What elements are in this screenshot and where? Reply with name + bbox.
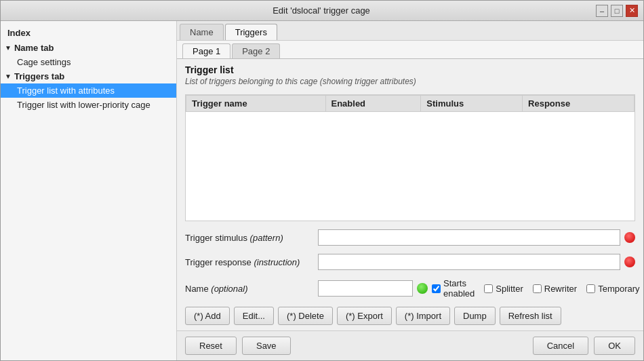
content-panel: Name Triggers Page 1 Page 2 Trigger list	[177, 21, 643, 360]
trigger-table: Trigger name Enabled Stimulus Response	[186, 95, 635, 112]
sidebar-item-cage-settings[interactable]: Cage settings	[1, 55, 176, 69]
stimulus-input[interactable]	[318, 229, 620, 246]
stimulus-row: Trigger stimulus (pattern)	[185, 229, 635, 246]
col-enabled: Enabled	[325, 96, 421, 112]
sidebar-item-trigger-list-attributes[interactable]: Trigger list with attributes	[1, 83, 176, 98]
main-area: Index ▼ Name tab Cage settings ▼ Trigger…	[1, 21, 643, 360]
name-input[interactable]	[318, 280, 413, 297]
sidebar-header: Index	[1, 24, 176, 41]
close-button[interactable]: ✕	[626, 5, 638, 17]
triangle-triggers-tab: ▼	[5, 73, 12, 80]
save-button[interactable]: Save	[242, 337, 291, 355]
title-controls: – □ ✕	[596, 5, 638, 17]
checkbox-group: Starts enabled Splitter Rewriter Te	[432, 278, 640, 299]
export-button[interactable]: (*) Export	[337, 307, 392, 325]
action-buttons-row: (*) Add Edit... (*) Delete (*) Export (*…	[185, 307, 635, 325]
sidebar: Index ▼ Name tab Cage settings ▼ Trigger…	[1, 21, 177, 360]
reset-button[interactable]: Reset	[185, 337, 237, 355]
temporary-checkbox[interactable]	[586, 284, 595, 293]
edit-button[interactable]: Edit...	[234, 307, 274, 325]
trigger-table-wrap: Trigger name Enabled Stimulus Response	[185, 94, 635, 221]
main-window: Edit 'dslocal' trigger cage – □ ✕ Index …	[0, 0, 644, 361]
response-label: Trigger response (instruction)	[185, 257, 314, 267]
window-title: Edit 'dslocal' trigger cage	[47, 5, 596, 16]
name-status-dot	[417, 283, 428, 294]
import-button[interactable]: (*) Import	[396, 307, 450, 325]
tab-triggers[interactable]: Triggers	[225, 24, 277, 40]
page-tab-1[interactable]: Page 1	[182, 43, 230, 58]
triangle-name-tab: ▼	[5, 44, 12, 52]
add-button[interactable]: (*) Add	[185, 307, 230, 325]
sidebar-section-triggers-tab: ▼ Triggers tab	[1, 69, 176, 83]
title-bar: Edit 'dslocal' trigger cage – □ ✕	[1, 1, 643, 21]
starts-enabled-checkbox[interactable]	[432, 284, 441, 293]
maximize-button[interactable]: □	[611, 5, 623, 17]
splitter-label[interactable]: Splitter	[484, 284, 523, 294]
sidebar-name-tab-label: Name tab	[14, 43, 54, 53]
col-trigger-name: Trigger name	[186, 96, 326, 112]
name-row: Name (optional) Starts enabled Splitter	[185, 278, 635, 299]
starts-enabled-label[interactable]: Starts enabled	[432, 278, 475, 299]
footer-bar: Reset Save Cancel OK	[177, 330, 643, 360]
footer-left: Reset Save	[185, 337, 291, 355]
sidebar-item-trigger-list-lower-priority[interactable]: Trigger list with lower-priority cage	[1, 98, 176, 112]
page-content: Trigger list List of triggers belonging …	[177, 59, 643, 330]
stimulus-status-dot	[624, 232, 635, 243]
tab-name[interactable]: Name	[180, 24, 224, 40]
sidebar-triggers-tab-label: Triggers tab	[14, 71, 64, 81]
temporary-label[interactable]: Temporary	[586, 284, 639, 294]
minimize-button[interactable]: –	[596, 5, 608, 17]
refresh-button[interactable]: Refresh list	[500, 307, 561, 325]
page-tab-bar: Page 1 Page 2	[177, 41, 643, 59]
sidebar-section-name-tab: ▼ Name tab	[1, 41, 176, 55]
col-response: Response	[523, 96, 635, 112]
col-stimulus: Stimulus	[421, 96, 523, 112]
rewriter-label[interactable]: Rewriter	[533, 284, 577, 294]
name-label: Name (optional)	[185, 284, 314, 294]
response-input[interactable]	[318, 254, 620, 270]
rewriter-checkbox[interactable]	[533, 284, 542, 293]
cancel-button[interactable]: Cancel	[533, 337, 588, 355]
trigger-list-desc: List of triggers belonging to this cage …	[185, 77, 635, 86]
delete-button[interactable]: (*) Delete	[278, 307, 333, 325]
trigger-list-title: Trigger list	[185, 64, 635, 75]
splitter-checkbox[interactable]	[484, 284, 493, 293]
top-tab-bar: Name Triggers	[177, 21, 643, 41]
footer-right: Cancel OK	[533, 337, 635, 355]
ok-button[interactable]: OK	[594, 337, 635, 355]
response-status-dot	[624, 256, 635, 267]
response-row: Trigger response (instruction)	[185, 254, 635, 270]
page-tab-2[interactable]: Page 2	[232, 43, 280, 58]
stimulus-label: Trigger stimulus (pattern)	[185, 233, 314, 243]
dump-button[interactable]: Dump	[454, 307, 496, 325]
